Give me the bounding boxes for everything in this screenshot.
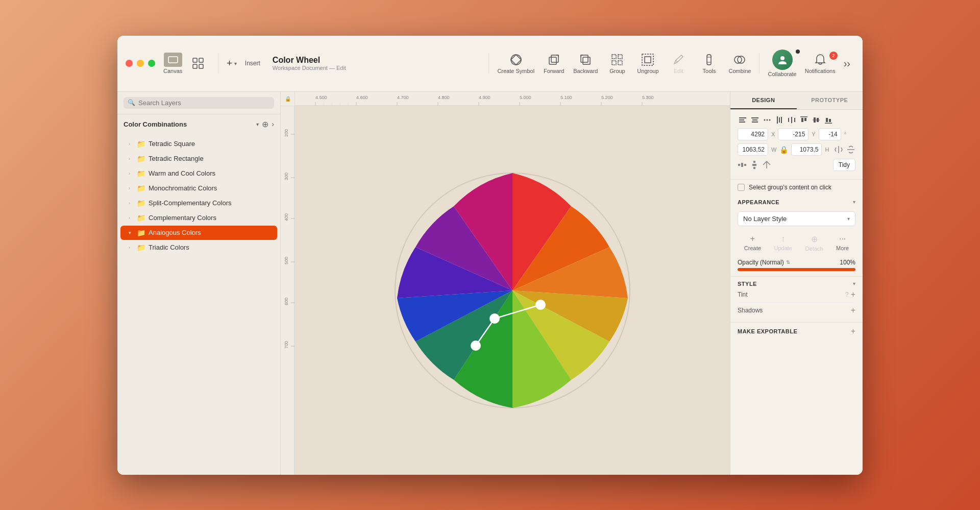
more-button[interactable]: ›› — [840, 56, 854, 71]
svg-rect-78 — [791, 117, 792, 123]
select-group-label: Select group's content on click — [749, 184, 831, 191]
layer-item-complementary[interactable]: › 📁 Complementary Colors — [120, 211, 277, 225]
insert-button[interactable]: + ▾ — [223, 56, 241, 71]
svg-rect-88 — [829, 119, 831, 122]
svg-text:4.800: 4.800 — [438, 95, 450, 100]
main-content: 🔍 Color Combinations ▾ ⊕ › › 📁 Tetradic … — [117, 92, 863, 475]
lock-proportions-icon[interactable]: 🔒 — [779, 145, 788, 154]
distribute-v-icon[interactable] — [750, 160, 759, 169]
layer-item-triadic[interactable]: › 📁 Triadic Colors — [120, 240, 277, 255]
minimize-button[interactable] — [137, 60, 144, 67]
tint-label: Tint — [738, 291, 845, 298]
update-style-button[interactable]: ↑ Update — [774, 234, 792, 251]
canvas-icon — [164, 53, 182, 67]
chevron-down-icon[interactable]: ▾ — [256, 122, 259, 127]
sep-3 — [759, 53, 760, 74]
align-distribute-icon[interactable] — [787, 115, 797, 125]
svg-rect-68 — [751, 117, 758, 118]
shadows-label: Shadows — [738, 307, 851, 314]
layer-style-select[interactable]: No Layer Style ▾ — [738, 211, 855, 226]
sidebar-search-area: 🔍 — [117, 92, 280, 114]
notifications-button[interactable]: 2 Notifications — [801, 51, 840, 76]
edit-button[interactable]: Edit — [663, 51, 694, 76]
rotation-input[interactable]: -14 — [819, 128, 841, 140]
width-input[interactable] — [738, 143, 768, 156]
folder-icon: 📁 — [137, 155, 145, 163]
sep-1 — [218, 53, 218, 74]
align-middle-icon[interactable] — [811, 115, 821, 125]
svg-rect-67 — [739, 122, 745, 123]
layer-name: Warm and Cool Colors — [149, 169, 271, 177]
collaborate-button[interactable]: Collaborate — [764, 47, 800, 79]
panel-tabs: DESIGN PROTOTYPE — [730, 92, 863, 110]
y-label: Y — [812, 131, 815, 137]
layer-name: Monochromatric Colors — [149, 184, 271, 192]
alignment-section: 4292 X -215 Y -14 ° W 🔒 H — [730, 110, 863, 180]
canvas-button[interactable]: Canvas — [163, 53, 182, 74]
opacity-slider[interactable] — [738, 268, 855, 271]
svg-text:4.700: 4.700 — [397, 95, 409, 100]
close-button[interactable] — [126, 60, 133, 67]
detach-style-button[interactable]: ⊕ Detach — [805, 234, 823, 252]
svg-rect-81 — [801, 118, 803, 122]
opacity-section: Opacity (Normal) ⇅ 100% — [730, 256, 863, 277]
titlebar: Canvas + ▾ Insert Color Wheel Workspace … — [117, 36, 863, 92]
height-input[interactable] — [791, 143, 822, 156]
ungroup-button[interactable]: Ungroup — [632, 51, 663, 76]
notification-badge: 2 — [829, 52, 838, 60]
notifications-label: Notifications — [805, 68, 836, 74]
distribute-h-icon[interactable] — [738, 160, 747, 169]
svg-text:400: 400 — [284, 213, 289, 221]
tools-button[interactable]: Tools — [694, 51, 724, 76]
ungroup-icon — [641, 53, 655, 67]
create-symbol-button[interactable]: Create Symbol — [493, 51, 538, 76]
add-export-button[interactable]: + — [851, 327, 855, 336]
align-left-icon[interactable] — [738, 115, 748, 125]
tab-design[interactable]: DESIGN — [730, 92, 797, 109]
svg-point-19 — [780, 56, 785, 60]
navigate-button[interactable]: › — [272, 120, 274, 128]
tint-help-icon[interactable]: ? — [845, 291, 849, 298]
tab-prototype[interactable]: PROTOTYPE — [797, 92, 863, 109]
opacity-stepper[interactable]: ⇅ — [786, 259, 790, 265]
x-input[interactable]: 4292 — [738, 128, 768, 140]
fullscreen-button[interactable] — [148, 60, 155, 67]
search-input[interactable] — [138, 99, 270, 107]
appearance-header[interactable]: APPEARANCE ▾ — [730, 195, 863, 209]
group-button[interactable]: Group — [602, 51, 632, 76]
layer-item-tetradic-square[interactable]: › 📁 Tetradic Square — [120, 137, 277, 151]
align-top-icon[interactable] — [799, 115, 809, 125]
layer-item-warm-cool[interactable]: › 📁 Warm and Cool Colors — [120, 166, 277, 181]
arrange-icon[interactable] — [762, 160, 771, 169]
y-input[interactable]: -215 — [778, 128, 808, 140]
traffic-lights — [126, 60, 155, 67]
layer-item-split-complementary[interactable]: › 📁 Split-Complementary Colors — [120, 196, 277, 210]
insert-label: Insert — [245, 60, 260, 67]
align-bottom-icon[interactable] — [823, 115, 834, 125]
layer-item-monochromatic[interactable]: › 📁 Monochromatric Colors — [120, 181, 277, 196]
select-group-checkbox[interactable] — [738, 184, 745, 191]
add-layer-button[interactable]: ⊕ — [262, 119, 268, 129]
grid-view-button[interactable] — [192, 58, 204, 69]
add-shadow-button[interactable]: + — [851, 306, 855, 315]
align-v-icon[interactable] — [774, 115, 785, 125]
align-center-h-icon[interactable] — [750, 115, 760, 125]
style-title: STYLE — [738, 281, 853, 287]
add-tint-button[interactable]: + — [851, 290, 855, 299]
document-title: Color Wheel — [273, 56, 346, 65]
more-style-button[interactable]: ··· More — [836, 234, 849, 251]
chevron-down-icon: ▾ — [853, 281, 855, 286]
tidy-button[interactable]: Tidy — [833, 159, 855, 171]
flip-h-icon[interactable] — [834, 145, 843, 154]
layer-item-analogous[interactable]: ▾ 📁 Analogous Colors — [120, 226, 277, 240]
layer-item-tetradic-rectangle[interactable]: › 📁 Tetradic Rectangle — [120, 152, 277, 166]
forward-button[interactable]: Forward — [538, 51, 569, 76]
svg-rect-16 — [707, 55, 711, 65]
combine-button[interactable]: Combine — [724, 51, 755, 76]
align-dots-icon[interactable] — [762, 115, 772, 125]
backward-button[interactable]: Backward — [569, 51, 602, 76]
svg-rect-14 — [642, 54, 653, 65]
svg-rect-6 — [549, 57, 556, 64]
flip-v-icon[interactable] — [846, 145, 855, 154]
create-style-button[interactable]: + Create — [744, 234, 761, 251]
